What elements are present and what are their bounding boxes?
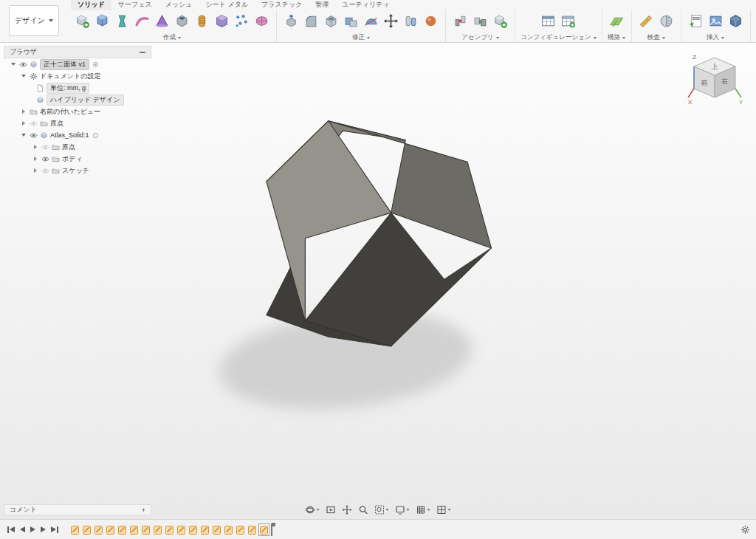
chevron-collapsed-icon[interactable] <box>32 168 39 173</box>
activate-circle-icon[interactable] <box>92 131 100 140</box>
chevron-collapsed-icon[interactable] <box>20 109 27 114</box>
thread-icon[interactable] <box>193 12 211 30</box>
create-form-icon[interactable] <box>252 12 271 30</box>
extrude-icon[interactable] <box>93 12 111 30</box>
revolve-icon[interactable] <box>113 12 131 30</box>
browser-row-sketches[interactable]: スケッチ <box>4 165 151 176</box>
display-settings-button[interactable] <box>396 505 410 515</box>
add-comment-button[interactable]: + <box>142 507 145 514</box>
chevron-expanded-icon[interactable] <box>20 75 27 78</box>
eye-icon[interactable] <box>30 131 38 140</box>
fit-button[interactable] <box>375 505 389 515</box>
sweep-icon[interactable] <box>133 12 151 30</box>
timeline-settings-button[interactable] <box>740 524 750 538</box>
fillet-icon[interactable] <box>302 12 320 30</box>
component-name[interactable]: Atlas_Solid:1 <box>50 131 89 139</box>
joint-icon[interactable] <box>451 12 470 30</box>
physical-material-icon[interactable] <box>422 12 440 30</box>
section-analysis-icon[interactable] <box>657 12 676 30</box>
shell-icon[interactable] <box>322 12 340 30</box>
insert-mesh-icon[interactable] <box>726 12 745 30</box>
inspect-dropdown[interactable]: 検査 <box>647 33 665 42</box>
timeline-feature-icon[interactable] <box>176 524 186 535</box>
viewports-button[interactable] <box>437 505 451 515</box>
eye-hidden-icon[interactable] <box>30 120 38 128</box>
tab-manage[interactable]: 管理 <box>309 0 335 10</box>
step-forward-button[interactable] <box>41 526 46 532</box>
align-icon[interactable] <box>402 12 420 30</box>
browser-row-component-origin[interactable]: 原点 <box>4 141 151 153</box>
timeline-feature-icon[interactable] <box>259 524 269 535</box>
configure-dropdown[interactable]: コンフィギュレーション <box>520 33 597 42</box>
chevron-expanded-icon[interactable] <box>10 63 17 66</box>
split-body-icon[interactable] <box>362 12 380 30</box>
row-label[interactable]: スケッチ <box>62 166 89 176</box>
create-dropdown[interactable]: 作成 <box>163 33 181 42</box>
timeline-feature-icon[interactable] <box>236 524 245 535</box>
timeline-feature-icon[interactable] <box>94 524 103 535</box>
measure-icon[interactable] <box>637 12 656 30</box>
row-label[interactable]: 原点 <box>62 143 75 152</box>
press-pull-icon[interactable] <box>282 12 300 30</box>
timeline-feature-icon[interactable] <box>70 524 80 535</box>
tab-plastic[interactable]: プラスチック <box>255 0 309 10</box>
browser-header[interactable]: ブラウザ <box>4 46 151 58</box>
browser-row-named-views[interactable]: 名前の付いたビュー <box>4 106 151 117</box>
eye-hidden-icon[interactable] <box>41 167 49 175</box>
browser-row-bodies[interactable]: ボディ <box>4 153 151 165</box>
browser-row-hybrid-design[interactable]: ハイブリッド デザイン <box>4 94 151 106</box>
timeline-feature-icon[interactable] <box>117 524 127 535</box>
insert-svg-icon[interactable]: SVG <box>687 12 705 30</box>
tab-sheet-metal[interactable]: シート メタル <box>199 0 255 10</box>
look-at-button[interactable] <box>326 505 336 515</box>
assemble-new-component-icon[interactable] <box>491 12 509 30</box>
browser-row-units[interactable]: 単位: mm, g <box>4 82 151 94</box>
zoom-button[interactable] <box>359 505 368 515</box>
tab-solid[interactable]: ソリッド <box>71 0 111 10</box>
row-label[interactable]: ハイブリッド デザイン <box>47 95 124 106</box>
timeline-feature-icon[interactable] <box>247 524 257 535</box>
go-to-start-button[interactable] <box>7 526 15 533</box>
timeline-feature-icon[interactable] <box>106 524 115 535</box>
configure-icon[interactable] <box>539 12 557 30</box>
activate-radio-icon[interactable] <box>92 61 100 69</box>
row-label[interactable]: 単位: mm, g <box>47 83 89 94</box>
grid-settings-button[interactable] <box>416 505 430 515</box>
timeline-feature-icon[interactable] <box>212 524 221 535</box>
collapse-panel-icon[interactable] <box>140 52 145 53</box>
eye-icon[interactable] <box>41 155 49 163</box>
timeline-feature-icon[interactable] <box>200 524 210 535</box>
pattern-icon[interactable] <box>233 12 251 30</box>
row-label[interactable]: ボディ <box>62 154 83 164</box>
combine-icon[interactable] <box>342 12 360 30</box>
chevron-expanded-icon[interactable] <box>20 134 27 137</box>
chevron-collapsed-icon[interactable] <box>20 121 27 126</box>
step-back-button[interactable] <box>20 526 25 532</box>
assemble-dropdown[interactable]: アセンブリ <box>461 33 499 42</box>
timeline-feature-icon[interactable] <box>224 524 233 535</box>
hole-icon[interactable] <box>173 12 191 30</box>
document-title[interactable]: 正十二面体 v1 <box>40 59 89 70</box>
timeline-feature-icon[interactable] <box>141 524 151 535</box>
timeline-feature-icon[interactable] <box>165 524 174 535</box>
row-label[interactable]: 名前の付いたビュー <box>40 107 100 117</box>
configuration-table-icon[interactable] <box>559 12 577 30</box>
eye-hidden-icon[interactable] <box>41 143 49 151</box>
row-label[interactable]: ドキュメントの設定 <box>40 72 100 81</box>
go-to-end-button[interactable] <box>51 526 58 533</box>
browser-row-document-settings[interactable]: ドキュメントの設定 <box>4 70 151 82</box>
insert-dropdown[interactable]: 挿入 <box>707 33 724 42</box>
browser-row-component[interactable]: Atlas_Solid:1 <box>4 129 151 141</box>
orbit-button[interactable] <box>306 505 320 515</box>
insert-canvas-icon[interactable] <box>707 12 725 30</box>
primitive-box-icon[interactable] <box>213 12 231 30</box>
chevron-collapsed-icon[interactable] <box>32 157 39 161</box>
construct-dropdown[interactable]: 構築 <box>608 33 625 42</box>
timeline-feature-icon[interactable] <box>129 524 139 535</box>
viewport-canvas[interactable]: ブラウザ 正十二面体 v1 ドキュメントの設定 単位: mm, g ハイブリッド… <box>0 43 756 520</box>
as-built-joint-icon[interactable] <box>471 12 489 30</box>
pan-button[interactable] <box>343 505 352 515</box>
chevron-collapsed-icon[interactable] <box>32 145 39 149</box>
timeline-position-marker[interactable] <box>271 523 272 536</box>
timeline-feature-icon[interactable] <box>153 524 162 535</box>
